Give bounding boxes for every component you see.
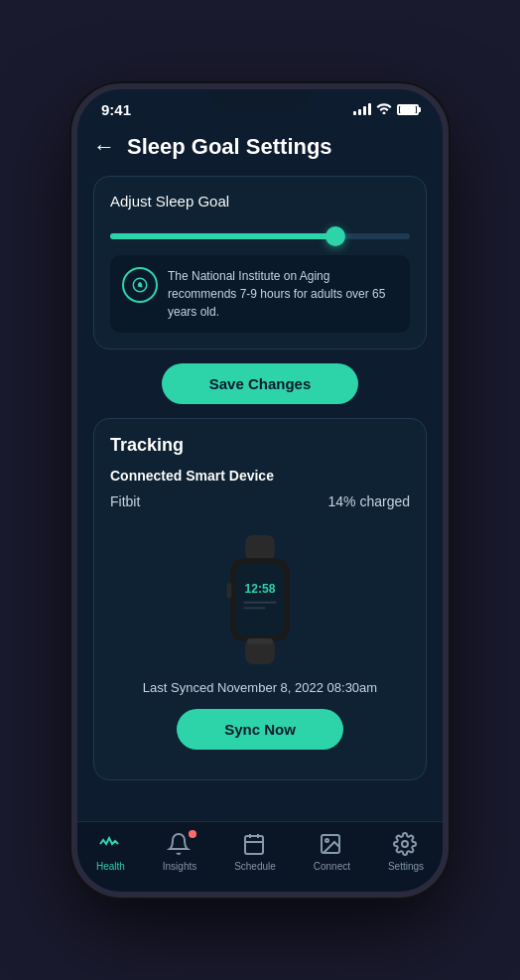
battery-status-text: 14% charged <box>327 493 410 509</box>
sync-now-button[interactable]: Sync Now <box>177 709 343 750</box>
status-icons <box>353 102 419 117</box>
info-text: The National Institute on Aging recommen… <box>168 267 398 321</box>
svg-rect-11 <box>245 836 263 854</box>
svg-point-17 <box>402 841 408 847</box>
nav-item-health[interactable]: Health <box>96 832 125 872</box>
notch <box>210 89 310 111</box>
tracking-title: Tracking <box>110 435 410 456</box>
bell-icon <box>167 832 193 858</box>
last-synced-text: Last Synced November 8, 2022 08:30am <box>110 680 410 695</box>
nav-label-schedule: Schedule <box>234 861 276 872</box>
phone-inner: 9:41 ← Sleep Goal Settings <box>77 89 443 892</box>
slider-fill <box>110 233 335 239</box>
svg-text:12:58: 12:58 <box>245 581 276 595</box>
svg-rect-8 <box>243 607 265 609</box>
nav-item-insights[interactable]: Insights <box>163 832 196 872</box>
fitbit-watch-image: 12:58 <box>210 535 310 664</box>
sleep-goal-title: Adjust Sleep Goal <box>110 193 410 210</box>
page-title: Sleep Goal Settings <box>127 134 332 160</box>
device-row: Fitbit 14% charged <box>110 493 410 509</box>
svg-rect-2 <box>245 535 275 561</box>
watch-container: 12:58 <box>110 519 410 680</box>
svg-rect-10 <box>247 638 273 644</box>
svg-point-1 <box>139 283 142 286</box>
phone-frame: 9:41 ← Sleep Goal Settings <box>71 83 449 898</box>
slider-section: 7 <box>110 233 410 239</box>
bottom-nav: Health Insights <box>77 821 443 892</box>
svg-rect-7 <box>243 601 276 603</box>
svg-point-16 <box>325 839 328 842</box>
notification-badge <box>189 830 196 838</box>
battery-icon <box>397 104 419 115</box>
nav-item-settings[interactable]: Settings <box>388 832 424 872</box>
nav-label-connect: Connect <box>314 861 350 872</box>
nav-label-health: Health <box>96 861 125 872</box>
brain-icon <box>122 267 158 303</box>
info-box: The National Institute on Aging recommen… <box>110 255 410 333</box>
nav-label-insights: Insights <box>163 861 196 872</box>
svg-rect-9 <box>227 583 232 598</box>
calendar-icon <box>242 832 268 858</box>
slider-track[interactable] <box>110 233 410 239</box>
nav-label-settings: Settings <box>388 861 424 872</box>
sleep-goal-card: Adjust Sleep Goal 7 <box>93 176 427 350</box>
status-time: 9:41 <box>101 101 131 118</box>
svg-rect-5 <box>236 563 284 634</box>
nav-item-schedule[interactable]: Schedule <box>234 832 276 872</box>
device-name: Fitbit <box>110 493 140 509</box>
back-button[interactable]: ← <box>93 136 115 158</box>
save-changes-button[interactable]: Save Changes <box>162 363 359 404</box>
slider-thumb[interactable] <box>325 226 345 246</box>
page-header: ← Sleep Goal Settings <box>93 122 427 176</box>
tracking-card: Tracking Connected Smart Device Fitbit 1… <box>93 418 427 780</box>
device-label: Connected Smart Device <box>110 468 410 484</box>
heart-icon <box>97 832 123 858</box>
gear-icon <box>393 832 419 858</box>
scroll-content[interactable]: ← Sleep Goal Settings Adjust Sleep Goal … <box>77 122 443 821</box>
signal-icon <box>353 103 371 115</box>
image-icon <box>319 832 344 858</box>
nav-item-connect[interactable]: Connect <box>314 832 350 872</box>
wifi-icon <box>376 102 392 117</box>
